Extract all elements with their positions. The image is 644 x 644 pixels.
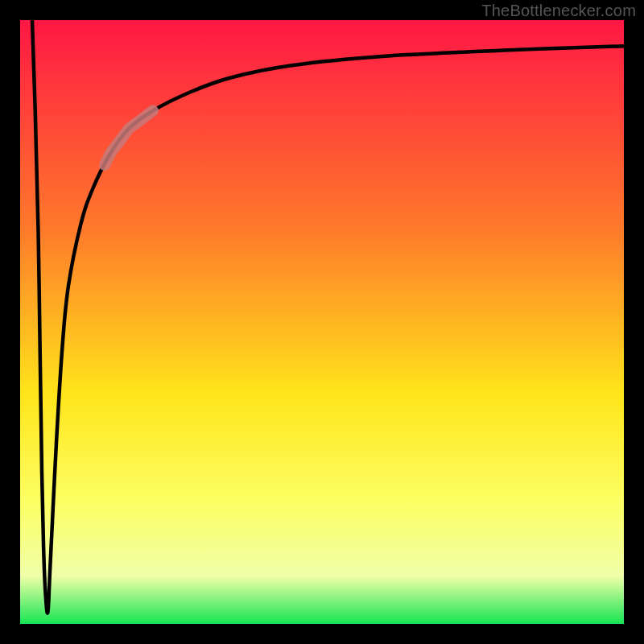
watermark-text: TheBottlenecker.com <box>481 2 636 20</box>
plot-area <box>20 20 624 624</box>
gradient-background <box>20 20 624 624</box>
chart-svg <box>20 20 624 624</box>
chart-frame: TheBottlenecker.com <box>0 0 644 644</box>
